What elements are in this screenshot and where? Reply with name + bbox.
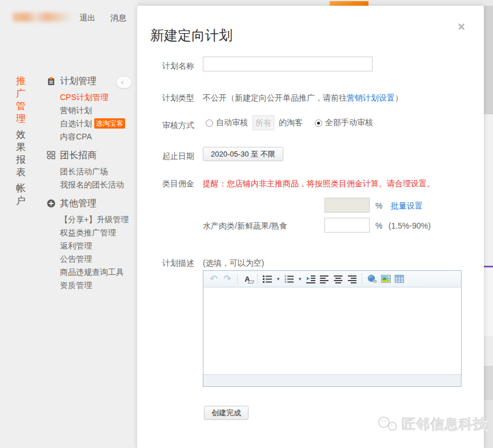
background-strip: [484, 114, 493, 266]
background-strip: [484, 336, 493, 366]
manual-review-option[interactable]: 全部手动审核: [312, 118, 373, 128]
plan-name-input[interactable]: [203, 57, 372, 71]
taobao-ke-badge: 选淘宝客: [94, 118, 125, 129]
menu-header-label: 团长招商: [60, 150, 97, 162]
plan-type-label: 计划类型: [137, 92, 194, 103]
editor-undo-button[interactable]: ↶: [207, 273, 220, 285]
sidebar-collapse-button[interactable]: ‹: [116, 76, 132, 89]
vnav-item-reports[interactable]: 效果报表: [16, 129, 26, 179]
review-scope-select[interactable]: 所有: [252, 115, 274, 130]
toolbar-separator: [237, 274, 238, 284]
plan-description-label: 计划描述: [137, 257, 194, 269]
editor-content-area[interactable]: [203, 287, 461, 374]
logout-link[interactable]: 退出: [79, 13, 95, 23]
background-strip: [484, 6, 493, 114]
sidebar-item-leader-plaza[interactable]: 团长活动广场: [60, 165, 137, 178]
marketing-plan-settings-link[interactable]: 营销计划设置: [347, 93, 395, 102]
table-icon: [395, 274, 404, 283]
editor-align-left-button[interactable]: [318, 273, 331, 285]
batch-commission-input[interactable]: [324, 198, 370, 213]
editor-remove-format-button[interactable]: A: [241, 273, 254, 285]
sidebar-menu: 计划管理 CPS计划管理 营销计划 自选计划选淘宝客 内容CPA 团长招商 团长…: [47, 75, 137, 292]
messages-link[interactable]: 消息: [110, 13, 126, 23]
menu-header-leader-recruit[interactable]: 团长招商: [47, 149, 137, 162]
sidebar-item-self-select-plan[interactable]: 自选计划选淘宝客: [60, 117, 137, 130]
editor-unordered-list-dropdown[interactable]: ▾: [275, 273, 282, 285]
percent-sign: %: [375, 200, 382, 211]
editor-status-bar: [203, 374, 461, 386]
sidebar-item-violation-query-tool[interactable]: 商品违规查询工具: [60, 266, 137, 279]
indent-icon: [306, 274, 315, 283]
plan-description-hint: (选填，可以为空): [203, 257, 264, 269]
menu-header-other-management[interactable]: 其他管理: [47, 197, 137, 210]
vertical-nav: 推广管理 效果报表 帐户: [16, 75, 27, 211]
align-center-icon: [334, 274, 343, 283]
editor-ordered-list-button[interactable]: 1 2 3: [283, 273, 295, 285]
link-icon: [367, 274, 377, 283]
create-complete-button[interactable]: 创建完成: [204, 406, 248, 420]
sidebar-item-label: 自选计划: [60, 119, 92, 128]
plan-type-prefix: 不公开（新建定向公开单品推广，请前往: [203, 93, 347, 102]
editor-link-button[interactable]: [366, 273, 378, 285]
plan-type-suffix: ）: [395, 93, 403, 102]
sidebar-item-announcement[interactable]: 公告管理: [60, 253, 137, 266]
editor-table-button[interactable]: [393, 273, 406, 285]
editor-image-button[interactable]: [379, 273, 392, 285]
sidebar-item-content-cpa[interactable]: 内容CPA: [60, 130, 137, 143]
editor-redo-button[interactable]: ↷: [221, 273, 234, 285]
chevron-left-icon: ‹: [121, 78, 123, 86]
user-account-blur[interactable]: [13, 13, 74, 22]
radio-unchecked-icon: [206, 119, 213, 127]
sidebar-item-qualification[interactable]: 资质管理: [60, 279, 137, 292]
plan-type-text: 不公开（新建定向公开单品推广，请前往营销计划设置）: [203, 92, 403, 103]
sidebar-item-shareplus-upgrade[interactable]: 【分享+】升级管理: [60, 213, 137, 226]
ordered-list-icon: 1 2 3: [284, 274, 294, 283]
editor-align-center-button[interactable]: [332, 273, 344, 285]
menu-header-label: 其他管理: [60, 198, 97, 210]
plan-name-label: 计划名称: [137, 60, 194, 71]
redo-icon: ↷: [223, 274, 231, 283]
chevron-down-icon: ▾: [277, 277, 280, 282]
review-method-label: 审核方式: [137, 119, 194, 131]
remove-format-icon: A: [245, 275, 250, 283]
align-left-icon: [320, 274, 329, 283]
review-method-options: 自动审核 所有 的淘客 全部手动审核: [203, 114, 373, 132]
category-name-label: 水产肉类/新鲜蔬果/熟食: [203, 220, 287, 231]
background-strip: [484, 366, 493, 400]
editor-align-right-button[interactable]: [346, 273, 358, 285]
plus-circle-icon: [47, 199, 55, 208]
sidebar-item-my-leader-activities[interactable]: 我报名的团长活动: [60, 178, 137, 191]
sidebar-item-rebate-management[interactable]: 返利管理: [60, 239, 137, 253]
category-commission-input[interactable]: [324, 218, 370, 233]
editor-ordered-list-dropdown[interactable]: ▾: [296, 273, 303, 285]
unordered-list-icon: [263, 274, 272, 283]
toolbar-separator: [257, 274, 258, 284]
vnav-item-account[interactable]: 帐户: [16, 182, 26, 207]
close-icon[interactable]: ×: [458, 21, 465, 33]
background-strip: [484, 267, 493, 336]
editor-indent-button[interactable]: [304, 273, 317, 285]
batch-settings-link[interactable]: 批量设置: [391, 200, 423, 211]
clipboard-icon: [47, 77, 55, 86]
sidebar-item-rights-promotion[interactable]: 权益类推广管理: [60, 226, 137, 239]
svg-text:3: 3: [284, 280, 286, 283]
auto-review-option[interactable]: 自动审核: [203, 118, 248, 128]
new-targeted-plan-modal: 新建定向计划 × 计划名称 计划类型 不公开（新建定向公开单品推广，请前往营销计…: [137, 6, 484, 448]
category-commission-label: 类目佣金: [137, 178, 194, 189]
description-editor: ↶ ↷ A ▾ 1: [203, 270, 462, 387]
auto-review-label: 自动审核: [216, 118, 248, 128]
chevron-down-icon: ▾: [299, 277, 302, 282]
percent-sign: %: [375, 220, 382, 231]
modal-title: 新建定向计划: [150, 26, 233, 45]
commission-range-hint: (1.5%-90%): [388, 220, 431, 231]
date-range-label: 起止日期: [137, 150, 194, 162]
sidebar-item-marketing-plan[interactable]: 营销计划: [60, 104, 137, 117]
sidebar-item-cps-plan[interactable]: CPS计划管理: [60, 91, 137, 104]
manual-review-label: 全部手动审核: [325, 118, 373, 128]
vnav-item-promotion[interactable]: 推广管理: [16, 75, 26, 125]
menu-header-label: 计划管理: [60, 75, 97, 87]
taoke-suffix-label: 的淘客: [279, 118, 303, 128]
editor-unordered-list-button[interactable]: [261, 273, 274, 285]
commission-warning-text: 提醒：您店铺内非主推商品，将按照类目佣金计算。请合理设置。: [203, 178, 435, 189]
date-range-button[interactable]: 2020-05-30 至 不限: [203, 147, 283, 161]
